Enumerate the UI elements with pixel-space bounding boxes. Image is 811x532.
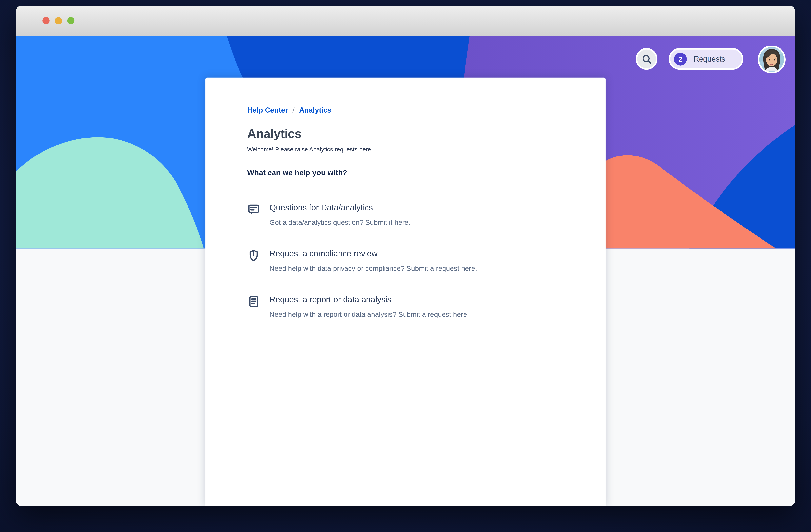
request-type-title: Questions for Data/analytics [270, 203, 411, 213]
portal-card: Help Center / Analytics Analytics Welcom… [205, 78, 606, 506]
request-type-title: Request a report or data analysis [270, 295, 469, 305]
request-type-title: Request a compliance review [270, 249, 477, 259]
breadcrumb-link-analytics[interactable]: Analytics [299, 106, 332, 114]
request-type-list: Questions for Data/analytics Got a data/… [247, 203, 575, 319]
requests-button[interactable]: 2 Requests [669, 48, 743, 70]
request-type-description: Need help with data privacy or complianc… [270, 264, 477, 273]
search-button[interactable] [636, 48, 657, 70]
request-type-report-analysis[interactable]: Request a report or data analysis Need h… [247, 295, 575, 319]
comment-icon [247, 203, 261, 217]
request-type-compliance-review[interactable]: Request a compliance review Need help wi… [247, 249, 575, 273]
breadcrumb-separator: / [292, 106, 294, 114]
document-icon [247, 295, 261, 309]
minimize-window-button[interactable] [55, 17, 62, 24]
request-type-description: Got a data/analytics question? Submit it… [270, 218, 411, 227]
breadcrumb: Help Center / Analytics [247, 106, 575, 114]
request-type-questions[interactable]: Questions for Data/analytics Got a data/… [247, 203, 575, 227]
zoom-window-button[interactable] [67, 17, 75, 24]
titlebar [16, 6, 795, 37]
requests-count-badge: 2 [674, 52, 687, 65]
request-type-description: Need help with a report or data analysis… [270, 310, 469, 319]
close-window-button[interactable] [42, 17, 50, 24]
page-title: Analytics [247, 127, 575, 141]
app-window: 2 Requests [16, 6, 795, 506]
request-type-text: Request a compliance review Need help wi… [270, 249, 477, 273]
page-subtitle: Welcome! Please raise Analytics requests… [247, 146, 575, 152]
section-heading: What can we help you with? [247, 169, 575, 177]
shield-icon [247, 249, 261, 263]
avatar-photo [759, 47, 784, 72]
request-type-text: Questions for Data/analytics Got a data/… [270, 203, 411, 227]
breadcrumb-link-help-center[interactable]: Help Center [247, 106, 288, 114]
request-type-text: Request a report or data analysis Need h… [270, 295, 469, 319]
user-avatar[interactable] [758, 46, 786, 74]
requests-button-label: Requests [693, 55, 725, 63]
desktop-background: 2 Requests [0, 0, 811, 532]
search-icon [641, 53, 652, 64]
